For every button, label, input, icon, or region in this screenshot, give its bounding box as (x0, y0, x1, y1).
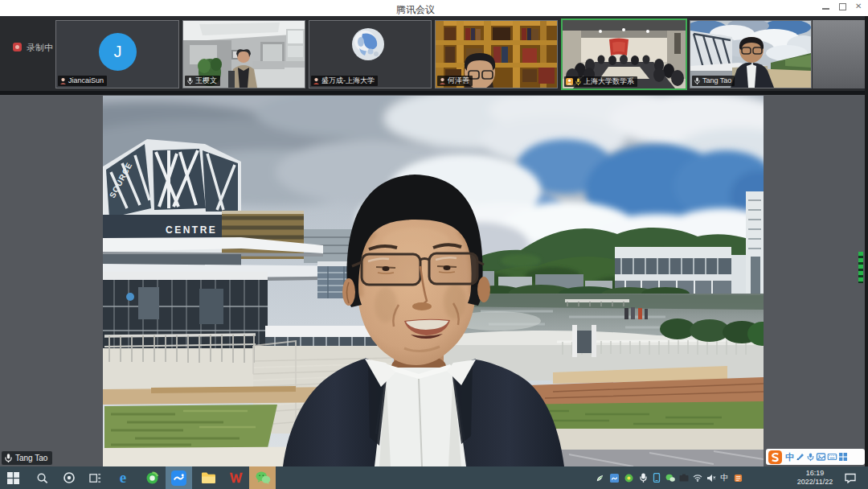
svg-text:CENTRE: CENTRE (166, 224, 217, 236)
